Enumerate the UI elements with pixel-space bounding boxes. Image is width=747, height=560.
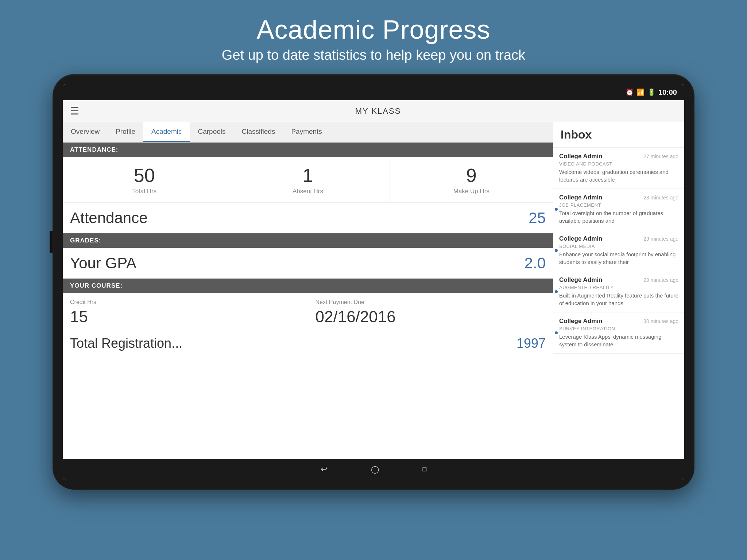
total-hrs-cell: 50 Total Hrs bbox=[63, 157, 226, 202]
inbox-item-header: College Admin 30 minutes ago bbox=[559, 318, 678, 325]
gpa-bar: Your GPA 2.0 bbox=[63, 248, 553, 279]
list-item[interactable]: College Admin 29 minutes ago AUGMENTED R… bbox=[553, 271, 684, 312]
app-title: MY KLASS bbox=[79, 106, 677, 116]
tab-profile[interactable]: Profile bbox=[108, 122, 143, 142]
truncated-label: Total Registration... bbox=[70, 336, 182, 351]
grades-section-header: GRADES: bbox=[63, 233, 553, 248]
tab-classifieds[interactable]: Classifieds bbox=[234, 122, 283, 142]
absent-hrs-label: Absent Hrs bbox=[230, 188, 386, 195]
list-item[interactable]: College Admin 28 minutes ago JOB PLACEME… bbox=[553, 189, 684, 230]
tab-academic[interactable]: Academic bbox=[143, 122, 190, 142]
attendance-bar: Attendance 25 bbox=[63, 203, 553, 233]
left-panel: Overview Profile Academic Carpools Class… bbox=[63, 122, 553, 459]
tab-overview[interactable]: Overview bbox=[63, 122, 108, 142]
alarm-icon: ⏰ bbox=[626, 88, 634, 96]
inbox-preview: Enhance your social media footprint by e… bbox=[559, 250, 678, 266]
gpa-label: Your GPA bbox=[70, 254, 136, 272]
app-bar: ☰ MY KLASS bbox=[63, 100, 684, 122]
inbox-time: 28 minutes ago bbox=[643, 195, 678, 201]
menu-icon[interactable]: ☰ bbox=[70, 105, 79, 117]
inbox-category: SOCIAL MEDIA bbox=[559, 244, 678, 249]
course-section-header: YOUR COURSE: bbox=[63, 279, 553, 293]
inbox-time: 27 minutes ago bbox=[643, 153, 678, 159]
tab-carpools[interactable]: Carpools bbox=[190, 122, 233, 142]
payment-due-cell: Next Payment Due 02/16/2016 bbox=[308, 293, 553, 332]
tablet-screen: ⏰ 📶 🔋 10:00 ☰ MY KLASS Overview Profile … bbox=[63, 84, 684, 479]
status-bar: ⏰ 📶 🔋 10:00 bbox=[63, 84, 684, 100]
back-button[interactable]: ↩ bbox=[321, 464, 327, 474]
page-subtitle: Get up to date statistics to help keep y… bbox=[222, 47, 525, 63]
inbox-time: 29 minutes ago bbox=[643, 277, 678, 283]
inbox-sender: College Admin bbox=[559, 318, 602, 325]
android-nav-bar: ↩ ◯ □ bbox=[63, 459, 684, 479]
inbox-preview: Welcome videos, graduation ceremonies an… bbox=[559, 168, 678, 183]
makeup-hrs-cell: 9 Make Up Hrs bbox=[390, 157, 553, 202]
status-time: 10:00 bbox=[658, 88, 677, 97]
right-panel: Inbox College Admin 27 minutes ago VIDEO… bbox=[553, 122, 684, 459]
list-item[interactable]: College Admin 27 minutes ago VIDEO AND P… bbox=[553, 148, 684, 189]
page-header: Academic Progress Get up to date statist… bbox=[222, 0, 525, 74]
makeup-hrs-label: Make Up Hrs bbox=[394, 188, 549, 195]
inbox-category: AUGMENTED REALITY bbox=[559, 285, 678, 290]
inbox-time: 30 minutes ago bbox=[643, 318, 678, 324]
inbox-list: College Admin 27 minutes ago VIDEO AND P… bbox=[553, 148, 684, 459]
recent-apps-button[interactable]: □ bbox=[423, 466, 427, 473]
inbox-header: Inbox bbox=[553, 122, 684, 148]
inbox-sender: College Admin bbox=[559, 235, 602, 242]
inbox-item-header: College Admin 27 minutes ago bbox=[559, 153, 678, 160]
inbox-item-header: College Admin 28 minutes ago bbox=[559, 194, 678, 201]
content-area: ATTENDANCE: 50 Total Hrs 1 Absent Hrs 9 bbox=[63, 143, 553, 459]
list-item[interactable]: College Admin 29 minutes ago SOCIAL MEDI… bbox=[553, 230, 684, 271]
inbox-category: VIDEO AND PODCAST bbox=[559, 161, 678, 167]
main-content: Overview Profile Academic Carpools Class… bbox=[63, 122, 684, 459]
home-button[interactable]: ◯ bbox=[371, 465, 379, 474]
gpa-value: 2.0 bbox=[525, 254, 546, 272]
tablet-frame: ⏰ 📶 🔋 10:00 ☰ MY KLASS Overview Profile … bbox=[53, 74, 694, 490]
nav-tabs: Overview Profile Academic Carpools Class… bbox=[63, 122, 553, 143]
total-hrs-label: Total Hrs bbox=[66, 188, 222, 195]
truncated-value: 1997 bbox=[516, 336, 546, 351]
page-title: Academic Progress bbox=[222, 15, 525, 44]
inbox-preview: Leverage Klass Apps' dynamic messaging s… bbox=[559, 333, 678, 348]
inbox-time: 29 minutes ago bbox=[643, 236, 678, 242]
payment-due-label: Next Payment Due bbox=[316, 299, 546, 306]
total-hrs-value: 50 bbox=[66, 164, 222, 186]
battery-icon: 🔋 bbox=[647, 88, 655, 96]
credit-hrs-cell: Credit Hrs 15 bbox=[63, 293, 308, 332]
inbox-sender: College Admin bbox=[559, 276, 602, 284]
inbox-category: SURVEY INTEGRATION bbox=[559, 326, 678, 331]
course-info: Credit Hrs 15 Next Payment Due 02/16/201… bbox=[63, 293, 553, 332]
makeup-hrs-value: 9 bbox=[394, 164, 549, 186]
truncated-row: Total Registration... 1997 bbox=[63, 332, 553, 355]
attendance-label: Attendance bbox=[70, 209, 148, 227]
inbox-sender: College Admin bbox=[559, 153, 602, 160]
payment-due-value: 02/16/2016 bbox=[316, 308, 546, 326]
tab-payments[interactable]: Payments bbox=[283, 122, 330, 142]
side-button bbox=[50, 231, 53, 253]
inbox-item-header: College Admin 29 minutes ago bbox=[559, 235, 678, 242]
inbox-item-header: College Admin 29 minutes ago bbox=[559, 276, 678, 284]
inbox-preview: Built-in Augmented Reality feature puts … bbox=[559, 292, 678, 307]
inbox-preview: Total oversight on the number of graduat… bbox=[559, 209, 678, 225]
wifi-icon: 📶 bbox=[636, 88, 645, 96]
inbox-sender: College Admin bbox=[559, 194, 602, 201]
attendance-value: 25 bbox=[529, 209, 546, 227]
absent-hrs-value: 1 bbox=[230, 164, 386, 186]
credit-hrs-label: Credit Hrs bbox=[70, 299, 301, 306]
absent-hrs-cell: 1 Absent Hrs bbox=[226, 157, 390, 202]
list-item[interactable]: College Admin 30 minutes ago SURVEY INTE… bbox=[553, 312, 684, 354]
stats-row: 50 Total Hrs 1 Absent Hrs 9 Make Up Hrs bbox=[63, 157, 553, 203]
status-icons: ⏰ 📶 🔋 10:00 bbox=[626, 88, 677, 97]
inbox-category: JOB PLACEMENT bbox=[559, 202, 678, 208]
attendance-section-header: ATTENDANCE: bbox=[63, 143, 553, 157]
credit-hrs-value: 15 bbox=[70, 308, 301, 326]
